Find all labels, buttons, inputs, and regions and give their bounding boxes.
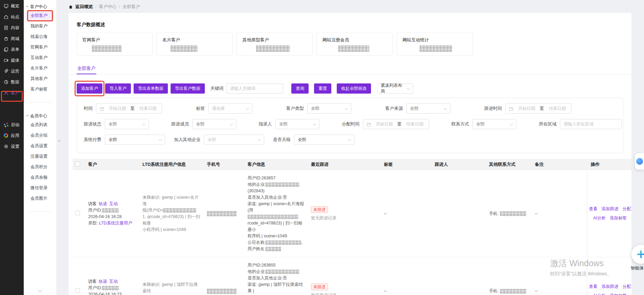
toolbar-button-2[interactable]: 导出表单数据 (134, 83, 168, 94)
submenu-item[interactable]: 客户标签 (24, 84, 56, 95)
submenu-item[interactable]: 注册设置 (24, 151, 56, 162)
action-link[interactable]: 添加标签 (610, 215, 627, 221)
filter-input[interactable] (560, 119, 622, 129)
submenu-section-header[interactable]: 会员中心 (24, 112, 56, 120)
action-link[interactable]: 分配 (623, 284, 631, 290)
sidebar-item-settings[interactable]: 设置 (0, 141, 24, 152)
submenu-item[interactable]: 我的客户 (24, 21, 56, 32)
submenu-scroll-chevron-icon[interactable] (39, 289, 42, 292)
filter-select[interactable]: 全部 (472, 119, 516, 129)
sidebar-item-mall[interactable]: 商城 (0, 33, 24, 44)
breadcrumb-back[interactable]: 返回概览 (75, 4, 93, 10)
submenu-item[interactable]: 名片客户 (24, 63, 56, 74)
action-link[interactable]: 查看 (589, 284, 598, 290)
ai-agent-label: 智能体 (630, 265, 644, 271)
layout-select[interactable]: 紧凑列表布局 (377, 83, 413, 94)
select-all-checkbox[interactable] (75, 162, 80, 166)
filter-select[interactable]: 全部 (105, 135, 165, 145)
submenu-item[interactable]: 线索公海 (24, 32, 56, 42)
action-link[interactable]: 分配 (623, 206, 631, 212)
row-checkbox[interactable] (75, 288, 80, 293)
action-link[interactable]: 添加跟进 (602, 284, 619, 290)
submenu-item[interactable]: 会员分组 (24, 130, 56, 141)
toolbar-button-1[interactable]: 导入客户 (105, 83, 131, 94)
sidebar-item-customer[interactable]: 客户 (0, 87, 24, 98)
submenu-item[interactable]: 会员积分 (24, 162, 56, 172)
chevron-down-icon (258, 138, 261, 141)
reset-button[interactable]: 重置 (314, 83, 331, 94)
submenu-item[interactable]: 官网客户 (24, 42, 56, 53)
toolbar-button-0[interactable]: 添加客户 (77, 83, 102, 94)
filter-select[interactable]: 全部 (406, 103, 450, 114)
filter-label: 标签 (196, 105, 205, 112)
floating-service-widget[interactable] (635, 153, 644, 170)
sidebar-item-form[interactable]: 表单 (0, 44, 24, 55)
collapse-filters-button[interactable]: 收起全部筛选 (337, 83, 371, 94)
sidebar-item-label: 启动 (11, 122, 19, 128)
filter-select[interactable]: 全部 (105, 119, 149, 129)
text-segment: 1, qrcode_id=478623) | 扫一扫相册 (142, 214, 200, 225)
date-range-picker[interactable]: 开始日期至结束日期 (96, 103, 162, 114)
action-link[interactable]: AI分析 (593, 215, 606, 221)
toolbar-button-3[interactable]: 导出客户数据 (171, 83, 205, 94)
filter-group: 客户类型全部 (286, 103, 351, 114)
submenu: 客户中心全部客户我的客户线索公海官网客户互动客户名片客户其他客户客户标签会员中心… (24, 3, 56, 212)
ltd-info-cell: 来路标识: gwmp | scene=名片海报(用户ID=1, qrcode_i… (139, 190, 203, 238)
interact-link[interactable]: 互动 (109, 278, 118, 285)
trail-link[interactable]: 轨迹 (99, 201, 107, 207)
submenu-item[interactable]: 会员列表 (24, 120, 56, 130)
sidebar-item-overview[interactable]: 概览 (0, 1, 24, 12)
breadcrumb-item[interactable]: 全部客户 (122, 4, 140, 10)
form-icon (4, 47, 8, 52)
customer-info-line: 是否加入其他企业:否 (248, 275, 304, 281)
sidebar-item-operation[interactable]: 运营 (0, 66, 24, 77)
action-link[interactable]: 查看 (589, 206, 598, 212)
filter-select[interactable]: 请选择 (208, 103, 252, 114)
submenu-item[interactable]: 互动客户 (24, 53, 56, 63)
calendar-icon (509, 106, 513, 111)
actions-line: AI分析添加标签 (593, 215, 627, 221)
trail-link[interactable]: 轨迹 (99, 278, 107, 285)
submenu-item[interactable]: 会员设置 (24, 141, 56, 151)
type-value-link[interactable]: LTD系统注册用户 (99, 221, 132, 225)
submenu-item[interactable]: 全部客户 (26, 11, 54, 20)
customer-info-cell: 用户ID:263657他的企业:(302843)是否加入其他企业:否渠道: gw… (244, 170, 308, 257)
sidebar-item-media[interactable]: 媒体 (0, 55, 24, 66)
submenu-item[interactable]: 会员图片 (24, 193, 56, 204)
filter-select[interactable]: 全部 (204, 135, 264, 145)
action-link[interactable]: 添加标签 (610, 293, 627, 295)
text-segment: (302843) (248, 189, 265, 193)
search-button[interactable]: 查询 (291, 83, 309, 94)
stat-card-title: 名片客户 (162, 37, 180, 43)
breadcrumb-item[interactable]: 客户中心 (99, 4, 117, 10)
submenu-item[interactable]: 其他客户 (24, 74, 56, 84)
submenu-section-header[interactable]: 客户中心 (24, 3, 56, 11)
filter-select[interactable]: 全部 (307, 103, 351, 114)
filter-select[interactable]: 全部 (294, 135, 354, 145)
sidebar-item-data[interactable]: 数据 (0, 77, 24, 87)
sidebar-item-content[interactable]: 内容 (0, 22, 24, 33)
sidebar-item-launch[interactable]: 启动 (0, 119, 24, 130)
sidebar-item-apps[interactable]: 应用 (0, 130, 24, 141)
date-range-picker[interactable]: 开始日期至结束日期 (363, 119, 429, 129)
filter-select[interactable]: 全部 (192, 119, 236, 129)
text-segment: 是否加入其他企业:否 (248, 195, 287, 200)
action-link[interactable]: 添加跟进 (602, 206, 619, 212)
redacted-text (500, 289, 526, 294)
submenu-item[interactable]: 微信登录 (24, 183, 56, 193)
tab-all-customers[interactable]: 全部客户 (77, 63, 96, 74)
stat-card: 网站注册会员 (317, 33, 393, 56)
date-range-picker[interactable]: 开始日期至结束日期 (505, 103, 571, 114)
interact-link[interactable]: 互动 (109, 201, 118, 207)
row-checkbox[interactable] (75, 211, 80, 215)
keyword-input[interactable] (226, 83, 283, 94)
sidebar-collapse-handle[interactable]: ‹ (57, 137, 62, 144)
action-link[interactable]: AI分析 (593, 293, 606, 295)
filter-select[interactable]: 全部 (275, 119, 319, 129)
text-segment: , (301, 240, 302, 245)
actions-line: 查看添加跟进分配 (589, 284, 631, 290)
table-body: 访客轨迹互动用户ID:2026-04-16 16:28类型: LTD系统注册用户… (73, 170, 631, 295)
sidebar-item-site[interactable]: 站点 (0, 12, 24, 22)
annotated-button-wrap: 添加客户 (77, 83, 102, 94)
submenu-item[interactable]: 会员余额 (24, 172, 56, 183)
